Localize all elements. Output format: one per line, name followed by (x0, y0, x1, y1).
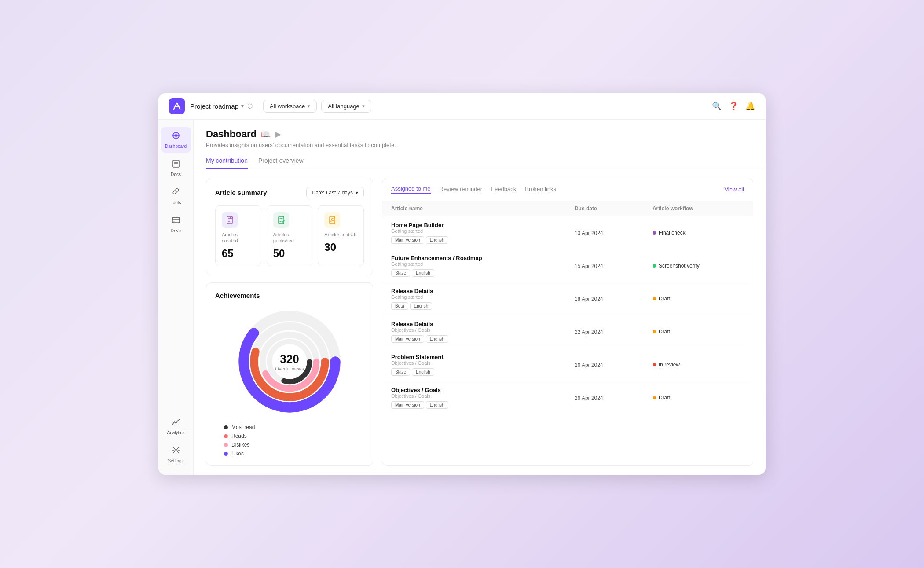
tab-broken-links[interactable]: Broken links (525, 186, 556, 193)
articles-published-label: Articles published (273, 231, 306, 244)
workflow-dot (653, 330, 656, 333)
drive-icon (172, 216, 180, 227)
workflow-dot (653, 297, 656, 300)
assigned-card: Assigned to me Review reminder Feedback … (382, 178, 753, 466)
workflow-cell: Draft (644, 381, 753, 414)
tab-review-reminder[interactable]: Review reminder (440, 186, 483, 193)
workflow-cell: Screenshot verify (644, 249, 753, 282)
svg-rect-6 (172, 425, 180, 425)
chart-legend: Most read Reads Dislikes (224, 424, 255, 457)
tab-assigned-to-me[interactable]: Assigned to me (391, 185, 431, 194)
workflow-label: Draft (659, 395, 670, 401)
notifications-icon[interactable]: 🔔 (745, 101, 755, 111)
workflow-cell: Draft (644, 282, 753, 315)
sidebar-item-docs[interactable]: Docs (161, 155, 191, 181)
article-tag: Beta (391, 302, 408, 310)
help-icon[interactable]: ❓ (729, 101, 738, 111)
achievements-card: Achievements (206, 282, 373, 466)
workflow-cell: Draft (644, 315, 753, 348)
top-bar: Project roadmap ▾ ⬡ All workspace ▾ All … (158, 93, 766, 120)
tab-feedback[interactable]: Feedback (491, 186, 516, 193)
article-tag: English (426, 236, 448, 244)
app-logo (169, 98, 185, 114)
main-layout: Dashboard Docs Tools (158, 120, 766, 475)
due-date-value: 26 Apr 2024 (575, 362, 603, 368)
settings-label: Settings (168, 458, 183, 463)
article-name: Home Page Builder (391, 222, 557, 228)
donut-chart: 320 Overall views (232, 304, 347, 419)
top-bar-filters: All workspace ▾ All language ▾ (263, 100, 371, 113)
sidebar-item-analytics[interactable]: Analytics (161, 413, 191, 440)
book-icon[interactable]: 📖 (261, 129, 271, 139)
col-workflow: Article workflow (644, 201, 753, 216)
docs-icon (172, 159, 180, 170)
article-name: Release Details (391, 321, 557, 327)
article-category: Getting started (391, 228, 557, 234)
workflow-dot (653, 264, 656, 268)
date-filter-button[interactable]: Date: Last 7 days ▾ (306, 187, 364, 198)
date-chevron-icon: ▾ (356, 190, 358, 196)
due-date-cell: 26 Apr 2024 (566, 381, 644, 414)
legend-dot-most-read (224, 425, 228, 429)
project-chevron-icon: ▾ (241, 103, 244, 109)
table-header-row: Article name Due date Article workflow (382, 201, 753, 216)
workflow-badge: Screenshot verify (653, 263, 744, 269)
search-icon[interactable]: 🔍 (712, 101, 722, 111)
article-name-cell: Objectives / Goals Objectives / Goals Ma… (382, 381, 566, 414)
article-tag: English (412, 368, 434, 376)
articles-table: Article name Due date Article workflow H… (382, 201, 753, 414)
workflow-dot (653, 363, 656, 366)
page-title: Dashboard (206, 128, 257, 140)
project-name[interactable]: Project roadmap ▾ (190, 103, 244, 110)
workspace-filter[interactable]: All workspace ▾ (263, 100, 317, 113)
dashboard-icon (172, 131, 180, 142)
article-summary-title: Article summary (215, 189, 267, 196)
article-tag: Main version (391, 236, 424, 244)
table-row: Future Enhancements / Roadmap Getting st… (382, 249, 753, 282)
stat-articles-draft: Articles in draft 30 (318, 205, 364, 267)
tab-my-contribution[interactable]: My contribution (206, 154, 248, 169)
table-row: Release Details Getting started BetaEngl… (382, 282, 753, 315)
docs-label: Docs (171, 172, 181, 177)
article-tag: Main version (391, 335, 424, 343)
view-all-button[interactable]: View all (724, 186, 744, 193)
article-tag: English (426, 335, 448, 343)
articles-draft-value: 30 (324, 241, 357, 253)
article-tags: Main versionEnglish (391, 235, 557, 244)
legend-likes: Likes (224, 451, 255, 457)
workflow-label: Final check (659, 230, 686, 236)
workflow-label: Draft (659, 296, 670, 302)
articles-draft-icon (324, 212, 340, 228)
sidebar-item-dashboard[interactable]: Dashboard (161, 127, 191, 153)
sidebar-item-drive[interactable]: Drive (161, 211, 191, 238)
table-row: Problem Statement Objectives / Goals Sla… (382, 348, 753, 381)
legend-dislikes: Dislikes (224, 442, 255, 448)
tab-project-overview[interactable]: Project overview (258, 154, 304, 169)
page-subtitle: Provides insights on users' documentatio… (206, 142, 753, 148)
article-category: Getting started (391, 294, 557, 300)
legend-dot-reads (224, 434, 228, 438)
article-summary-card: Article summary Date: Last 7 days ▾ (206, 178, 373, 276)
workflow-badge: In review (653, 362, 744, 368)
article-category: Objectives / Goals (391, 360, 557, 366)
articles-created-value: 65 (222, 247, 255, 260)
play-icon[interactable]: ▶ (275, 129, 281, 139)
workflow-badge: Draft (653, 395, 744, 401)
articles-draft-label: Articles in draft (324, 231, 357, 238)
col-due-date: Due date (566, 201, 644, 216)
article-name-cell: Release Details Getting started BetaEngl… (382, 282, 566, 315)
external-link-icon[interactable]: ⬡ (247, 103, 253, 110)
article-name-cell: Future Enhancements / Roadmap Getting st… (382, 249, 566, 282)
sidebar-item-settings[interactable]: Settings (161, 441, 191, 468)
language-filter[interactable]: All language ▾ (321, 100, 371, 113)
sidebar: Dashboard Docs Tools (158, 120, 194, 475)
due-date-value: 10 Apr 2024 (575, 230, 603, 236)
sidebar-item-tools[interactable]: Tools (161, 183, 191, 209)
table-row: Release Details Objectives / Goals Main … (382, 315, 753, 348)
article-name: Future Enhancements / Roadmap (391, 255, 557, 261)
article-category: Getting started (391, 261, 557, 267)
tools-icon (172, 187, 180, 198)
overall-views-label: Overall views (275, 366, 304, 371)
app-window: Project roadmap ▾ ⬡ All workspace ▾ All … (158, 93, 766, 475)
legend-most-read: Most read (224, 424, 255, 430)
